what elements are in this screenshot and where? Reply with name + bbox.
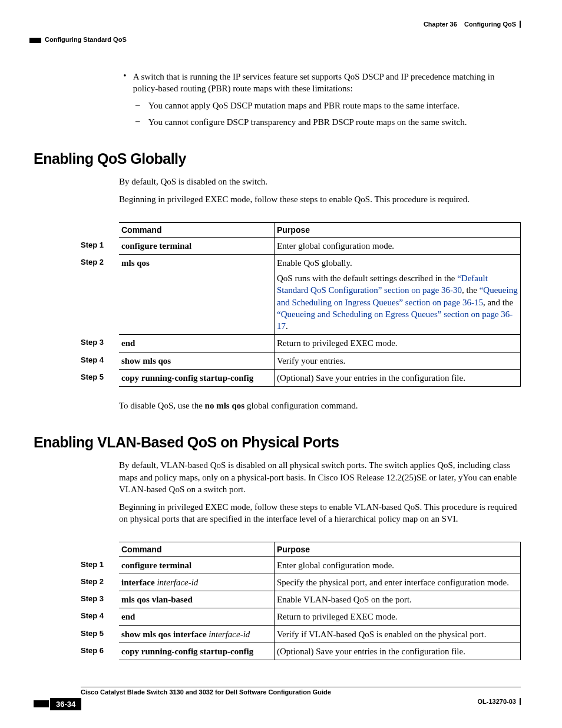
heading-enabling-qos: Enabling QoS Globally xyxy=(34,150,521,167)
table-row: Step 2mls qos Enable QoS globally. QoS r… xyxy=(119,254,521,335)
step-label: Step 4 xyxy=(81,355,104,365)
footer-marker-icon xyxy=(34,700,49,707)
purpose-text: Verify your entries. xyxy=(275,352,521,369)
table-row: Step 4end Return to privileged EXEC mode… xyxy=(119,608,521,625)
disable-note: To disable QoS, use the no mls qos globa… xyxy=(119,400,521,411)
step-label: Step 5 xyxy=(81,628,104,639)
command-text: copy running-config startup-config xyxy=(121,373,253,383)
page-number: 36-34 xyxy=(50,698,81,710)
th-purpose: Purpose xyxy=(275,542,521,556)
table-header-row: Command Purpose xyxy=(119,542,521,556)
command-text: configure terminal xyxy=(121,241,191,251)
bullet-icon: • xyxy=(119,71,131,81)
sub-bullet-1: You cannot apply QoS DSCP mutation maps … xyxy=(148,100,519,111)
sub-bullet-2: You cannot configure DSCP transparency a… xyxy=(148,116,519,128)
purpose-text: Enable QoS globally. xyxy=(277,257,518,269)
table-enable-qos: Command Purpose Step 1configure terminal… xyxy=(119,222,521,387)
step-label: Step 2 xyxy=(81,577,104,587)
step-label: Step 5 xyxy=(81,372,104,383)
step-label: Step 6 xyxy=(81,645,104,656)
heading-vlan-qos: Enabling VLAN-Based QoS on Physical Port… xyxy=(34,434,521,451)
table-row: Step 5show mls qos interface interface-i… xyxy=(119,625,521,643)
h1-para2: Beginning in privileged EXEC mode, follo… xyxy=(119,193,521,205)
command-text: show mls qos xyxy=(121,356,171,365)
table-vlan-qos: Command Purpose Step 1configure terminal… xyxy=(119,542,521,661)
purpose-text: Return to privileged EXEC mode. xyxy=(275,335,521,352)
step-label: Step 1 xyxy=(81,240,104,251)
command-text: mls qos vlan-based xyxy=(121,595,193,604)
step-label: Step 3 xyxy=(81,594,104,604)
th-command: Command xyxy=(119,222,275,237)
purpose-text: Return to privileged EXEC mode. xyxy=(275,608,521,625)
doc-number: OL-13270-03 xyxy=(478,698,521,705)
h1-para1: By default, QoS is disabled on the switc… xyxy=(119,176,521,187)
step-label: Step 1 xyxy=(81,559,104,570)
command-arg: interface-id xyxy=(157,578,198,587)
table-row: Step 1configure terminal Enter global co… xyxy=(119,237,521,254)
page-footer: Cisco Catalyst Blade Switch 3130 and 303… xyxy=(34,687,521,710)
step-label: Step 2 xyxy=(81,257,104,268)
purpose-cell: Enable QoS globally. QoS runs with the d… xyxy=(275,254,521,335)
h2-para2: Beginning in privileged EXEC mode, follo… xyxy=(119,501,521,525)
table-row: Step 5copy running-config startup-config… xyxy=(119,369,521,386)
table-header-row: Command Purpose xyxy=(119,222,521,237)
command-text: mls qos xyxy=(121,258,150,268)
step-label: Step 4 xyxy=(81,611,104,621)
step-label: Step 3 xyxy=(81,337,104,348)
table-row: Step 4show mls qos Verify your entries. xyxy=(119,352,521,369)
th-purpose: Purpose xyxy=(275,222,521,237)
h2-para1: By default, VLAN-based QoS is disabled o… xyxy=(119,459,521,495)
command-text: end xyxy=(121,338,135,348)
command-text: copy running-config startup-config xyxy=(121,647,253,656)
chapter-label: Chapter 36 xyxy=(424,21,457,28)
xref-link[interactable]: “Queueing and Scheduling on Egress Queue… xyxy=(277,309,513,331)
table-row: Step 2interface interface-id Specify the… xyxy=(119,574,521,591)
purpose-text: (Optional) Save your entries in the conf… xyxy=(275,643,521,660)
command-text: show mls qos interface xyxy=(121,630,209,639)
purpose-text: Enter global configuration mode. xyxy=(275,237,521,254)
purpose-text: Specify the physical port, and enter int… xyxy=(275,574,521,591)
purpose-text: Verify if VLAN-based QoS is enabled on t… xyxy=(275,625,521,643)
footer-guide-title: Cisco Catalyst Blade Switch 3130 and 303… xyxy=(81,689,521,696)
dash-icon: – xyxy=(135,116,146,126)
section-title: Configuring Standard QoS xyxy=(45,36,127,43)
command-text: interface xyxy=(121,578,157,587)
purpose-text: Enter global configuration mode. xyxy=(275,556,521,574)
page-content: • A switch that is running the IP servic… xyxy=(34,71,521,673)
header-marker-icon xyxy=(29,38,41,43)
table-row: Step 3mls qos vlan-based Enable VLAN-bas… xyxy=(119,591,521,608)
command-text: end xyxy=(121,612,135,621)
command-text: configure terminal xyxy=(121,561,191,570)
page-header: Chapter 36 Configuring QoS Configuring S… xyxy=(29,21,521,43)
th-command: Command xyxy=(119,542,275,556)
table-row: Step 6copy running-config startup-config… xyxy=(119,643,521,660)
purpose-text: Enable VLAN-based QoS on the port. xyxy=(275,591,521,608)
command-arg: interface-id xyxy=(209,630,250,639)
chapter-title: Configuring QoS xyxy=(464,21,516,28)
table-row: Step 3end Return to privileged EXEC mode… xyxy=(119,335,521,352)
purpose-text: (Optional) Save your entries in the conf… xyxy=(275,369,521,386)
table-row: Step 1configure terminal Enter global co… xyxy=(119,556,521,574)
dash-icon: – xyxy=(135,100,146,110)
intro-bullet: A switch that is running the IP services… xyxy=(133,71,520,95)
